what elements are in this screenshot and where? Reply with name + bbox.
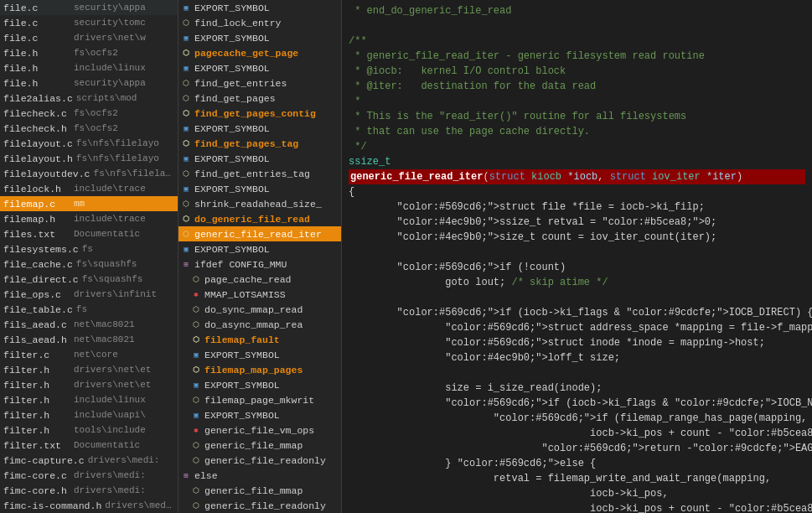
symbol-item[interactable]: ⬡do_generic_file_read [178,211,341,226]
file-path: drivers\medi: [88,455,160,465]
file-name: fimc-capture.c [3,455,85,466]
symbol-item[interactable]: ⬡generic_file_readonly [178,453,341,468]
symbol-item[interactable]: ⬡find_get_pages [178,91,341,106]
symbol-item[interactable]: ▣EXPORT_SYMBOL [178,121,341,136]
file-item[interactable]: file_ops.cdrivers\infinit [0,287,178,302]
file-name: file.c [3,3,70,13]
symbol-item[interactable]: ⬡find_get_entries [178,75,341,91]
symbol-label: generic_file_mmap [204,485,303,496]
file-item[interactable]: filemap.cmm [0,196,178,211]
file-path: drivers\net\et [74,380,151,390]
symbol-item[interactable]: ⬡find_get_pages_contig [178,106,341,121]
file-item[interactable]: filelayout.hfs\nfs\filelayo [0,151,178,166]
symbol-item[interactable]: ⬡page_cache_read [178,272,341,287]
func-icon: ⬡ [180,228,192,240]
file-item[interactable]: filelayoutdev.cfs\nfs\filelayo [0,166,178,181]
symbol-item[interactable]: ▣EXPORT_SYMBOL [178,347,341,362]
symbol-label: pagecache_get_page [194,48,298,59]
symbol-label: find_get_entries_tag [194,168,310,179]
file-item[interactable]: fimc-core.hdrivers\medi: [0,483,178,498]
symbol-item[interactable]: ⬡generic_file_readonly [178,498,341,513]
file-item[interactable]: fils_aead.hnet\mac8021 [0,332,178,347]
symbol-item[interactable]: ⬡find_get_pages_tag [178,136,341,151]
file-item[interactable]: filter.htools\include [0,422,178,438]
symbol-label: else [194,470,218,481]
file-name: filecheck.c [3,108,70,119]
symbol-item[interactable]: ⬡do_sync_mmap_read [178,302,341,317]
symbol-item[interactable]: ⊞ifdef CONFIG_MMU [178,256,341,272]
file-item[interactable]: file.csecurity\tomc [0,15,178,30]
symbol-label: filemap_map_pages [204,365,303,376]
symbol-item[interactable]: ✱MMAP_LOTSAMISS [178,287,341,302]
file-name: filesystems.c [3,244,79,255]
file-name: filter.txt [3,440,70,451]
file-item[interactable]: fimc-core.cdrivers\medi: [0,468,178,483]
code-line: "color:#569cd6;">if (!count) [349,260,805,275]
file-item[interactable]: fimc-capture.cdrivers\medi: [0,453,178,468]
file-path: drivers\net\w [74,33,146,43]
file-item[interactable]: filelock.hinclude\trace [0,181,178,196]
file-item[interactable]: filter.hinclude\uapi\ [0,407,178,422]
symbol-item[interactable]: ✱generic_file_vm_ops [178,422,341,438]
file-item[interactable]: filter.hdrivers\net\et [0,377,178,392]
file-item[interactable]: file2alias.cscripts\mod [0,91,178,106]
file-item[interactable]: filemap.hinclude\trace [0,211,178,226]
file-item[interactable]: fimc-is-command.hdrivers\medi: [0,498,178,513]
file-item[interactable]: fils_aead.cnet\mac8021 [0,317,178,332]
symbol-item[interactable]: ⬡generic_file_mmap [178,483,341,498]
file-item[interactable]: file_direct.cfs\squashfs [0,272,178,287]
symbol-item[interactable]: ▣EXPORT_SYMBOL [178,0,341,15]
symbol-label: ifdef CONFIG_MMU [194,259,287,270]
symbol-item[interactable]: ▣EXPORT_SYMBOL [178,377,341,392]
symbol-item[interactable]: ⬡find_lock_entry [178,15,341,30]
file-item[interactable]: file.hsecurity\appa [0,75,178,91]
symbol-item[interactable]: ⬡pagecache_get_page [178,45,341,60]
code-editor-panel[interactable]: * end_do_generic_file_read /** * generic… [342,0,812,513]
symbol-label: find_get_pages_tag [194,138,298,149]
file-item[interactable]: filelayout.cfs\nfs\filelayo [0,136,178,151]
func-icon: ⬡ [180,77,192,89]
file-path: drivers\medi: [74,485,146,495]
symbol-item[interactable]: ⬡do_async_mmap_rea [178,317,341,332]
file-item[interactable]: filter.cnet\core [0,347,178,362]
symbol-item[interactable]: ▣EXPORT_SYMBOL [178,241,341,256]
file-path: fs [76,304,87,314]
file-item[interactable]: file_cache.cfs\squashfs [0,256,178,272]
symbol-item[interactable]: ⬡filemap_map_pages [178,362,341,377]
code-line: retval = filemap_write_and_wait_range(ma… [349,471,805,486]
file-name: filemap.h [3,214,70,225]
symbol-label: EXPORT_SYMBOL [204,410,280,421]
file-item[interactable]: file.hfs\ocfs2 [0,45,178,60]
symbol-item[interactable]: ⬡filemap_fault [178,332,341,347]
file-item[interactable]: filter.hinclude\linux [0,392,178,407]
symbol-item[interactable]: ▣EXPORT_SYMBOL [178,181,341,196]
symbol-item[interactable]: ⬡generic_file_mmap [178,438,341,453]
code-line: size = i_size_read(inode); [349,381,805,396]
symbol-item[interactable]: ⬡generic_file_read_iter [178,226,341,241]
symbol-item[interactable]: ▣EXPORT_SYMBOL [178,60,341,75]
code-line: "color:#569cd6;">return -"color:#9cdcfe;… [349,441,805,456]
symbol-item[interactable]: ⬡shrink_readahead_size_ [178,196,341,211]
file-item[interactable]: file.cdrivers\net\w [0,30,178,45]
file-item[interactable]: filecheck.cfs\ocfs2 [0,106,178,121]
file-item[interactable]: filesystems.cfs [0,241,178,256]
symbol-item[interactable]: ⬡find_get_entries_tag [178,166,341,181]
symbol-item[interactable]: ▣EXPORT_SYMBOL [178,407,341,422]
file-path: drivers\net\et [74,365,151,375]
symbol-item[interactable]: ▣EXPORT_SYMBOL [178,151,341,166]
file-item[interactable]: filter.txtDocumentatic [0,438,178,453]
code-line: * @iocb: kernel I/O control block [349,64,805,79]
file-item[interactable]: filter.hdrivers\net\et [0,362,178,377]
file-item[interactable]: file.csecurity\appa [0,0,178,15]
file-item[interactable]: files.txtDocumentatic [0,226,178,241]
file-item[interactable]: filecheck.hfs\ocfs2 [0,121,178,136]
file-path: include\trace [74,214,146,224]
code-line: /** [349,34,805,49]
symbol-label: EXPORT_SYMBOL [194,184,270,194]
file-name: filelayoutdev.c [3,168,91,179]
file-item[interactable]: file_table.cfs [0,302,178,317]
symbol-item[interactable]: ▣EXPORT_SYMBOL [178,30,341,45]
symbol-item[interactable]: ⬡filemap_page_mkwrit [178,392,341,407]
file-item[interactable]: file.hinclude\linux [0,60,178,75]
symbol-item[interactable]: ⊞else [178,468,341,483]
